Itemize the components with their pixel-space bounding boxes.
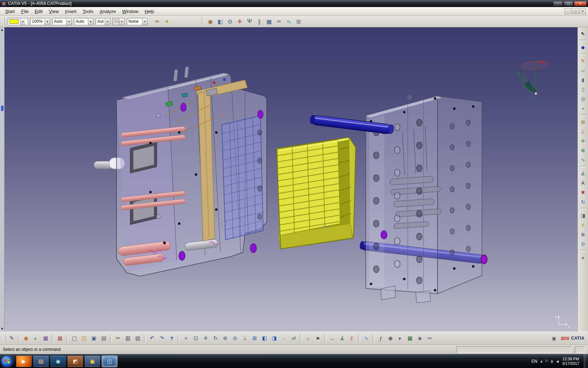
- link-icon[interactable]: ∞: [274, 17, 284, 26]
- fit-all-icon[interactable]: ⊡: [191, 334, 201, 343]
- toolbar-handle[interactable]: [3, 18, 5, 25]
- new-document-icon[interactable]: ▢: [70, 334, 79, 343]
- measure-icon[interactable]: ∡: [579, 169, 587, 178]
- pan-icon[interactable]: ✛: [201, 334, 210, 343]
- compass[interactable]: y x z: [517, 60, 549, 100]
- material-icon[interactable]: ◐: [31, 334, 41, 343]
- model-scene[interactable]: y x z y x: [0, 27, 578, 332]
- update-swoosh-icon[interactable]: ∿: [284, 17, 293, 26]
- show-desktop-button[interactable]: [584, 354, 588, 368]
- hidden-icons-button[interactable]: ▴: [540, 359, 542, 363]
- combo-arrow-icon[interactable]: ▾: [44, 18, 50, 25]
- graphic-color-combo[interactable]: ▾: [8, 18, 28, 25]
- menu-item[interactable]: Window: [119, 8, 141, 15]
- update-icon[interactable]: ↻: [579, 198, 587, 206]
- menu-item[interactable]: View: [46, 8, 62, 15]
- layer-combo[interactable]: None ▾: [127, 18, 148, 25]
- 3d-viewport[interactable]: ▲ ▼: [0, 27, 578, 332]
- media-player-button[interactable]: ▶: [16, 356, 31, 367]
- annotation-icon[interactable]: A: [579, 179, 587, 187]
- fillet-icon[interactable]: ◗: [579, 104, 587, 113]
- measure-between-icon[interactable]: ↔: [328, 334, 337, 343]
- cut-icon[interactable]: ✂: [113, 334, 123, 343]
- line-weight-combo[interactable]: Auto ▾: [52, 18, 72, 25]
- photo-viewer-button[interactable]: ◫: [102, 356, 117, 367]
- workbench-icon[interactable]: ◆: [579, 43, 587, 52]
- print-icon[interactable]: ▤: [99, 334, 108, 343]
- delete-icon[interactable]: ✖: [579, 188, 587, 197]
- mdi-minimize-button[interactable]: –: [565, 8, 571, 14]
- swap-space-icon[interactable]: ⇄: [289, 334, 299, 343]
- network-icon[interactable]: ılı: [551, 359, 553, 363]
- pictures-folder-button[interactable]: ▣: [85, 356, 100, 367]
- knowledge-swoosh-icon[interactable]: ∿: [362, 334, 371, 343]
- scroll-down-icon[interactable]: ▼: [1, 326, 4, 332]
- constraint-icon[interactable]: ⊥: [579, 127, 587, 136]
- menu-item[interactable]: Help: [141, 8, 157, 15]
- photo-studio-icon[interactable]: ▩: [41, 334, 50, 343]
- line-type-combo[interactable]: Auto ▾: [74, 18, 93, 25]
- measure-item-icon[interactable]: ∡: [337, 334, 347, 343]
- open-folder-icon[interactable]: ◰: [79, 334, 89, 343]
- macro-play-icon[interactable]: ▸: [396, 334, 405, 343]
- table-window-icon[interactable]: ▦: [265, 17, 274, 26]
- redo-icon[interactable]: ↷: [157, 334, 167, 343]
- overflow-chevron-icon[interactable]: »: [579, 253, 587, 262]
- multi-view-icon[interactable]: ⊞: [250, 334, 259, 343]
- maximize-button[interactable]: ▢: [564, 1, 573, 6]
- snap-icon[interactable]: ⊕: [579, 146, 587, 155]
- move-icon[interactable]: ✛: [579, 137, 587, 145]
- save-icon[interactable]: ▣: [89, 334, 99, 343]
- help-icon[interactable]: ?: [167, 334, 176, 343]
- undo-icon[interactable]: ↶: [147, 334, 157, 343]
- explorer-button[interactable]: ▤: [33, 356, 49, 367]
- wizard-icon[interactable]: ✦: [162, 17, 172, 26]
- volume-icon[interactable]: ◄: [555, 359, 559, 363]
- view-mode-icon[interactable]: ◨: [579, 211, 587, 220]
- layers-icon[interactable]: ≣: [579, 230, 587, 239]
- toolbar-handle[interactable]: [4, 334, 5, 342]
- anchor-icon[interactable]: Ψ: [245, 17, 254, 26]
- menu-item[interactable]: Start: [2, 8, 18, 15]
- minimize-button[interactable]: –: [553, 1, 563, 6]
- attach-icon[interactable]: ∥: [255, 17, 264, 26]
- window-layout-icon[interactable]: ▣: [549, 334, 559, 343]
- magnify-icon[interactable]: ⊙: [579, 240, 587, 248]
- menu-item[interactable]: Tools: [79, 8, 96, 15]
- mdi-restore-button[interactable]: ▢: [572, 8, 579, 14]
- spreadsheet-icon[interactable]: ▦: [405, 334, 415, 343]
- iso-box-icon[interactable]: ◧: [216, 17, 225, 26]
- shaft-icon[interactable]: ◎: [579, 95, 587, 103]
- guide-bar-end-cap[interactable]: [481, 255, 487, 264]
- combo-arrow-icon[interactable]: ▾: [66, 18, 71, 25]
- catalog-browser-icon[interactable]: ◉: [21, 334, 31, 343]
- left-mold-assembly[interactable]: [94, 67, 267, 276]
- zoom-in-icon[interactable]: ⊕: [220, 334, 230, 343]
- light-icon[interactable]: ✳: [579, 221, 587, 229]
- normal-view-icon[interactable]: ⊥: [240, 334, 250, 343]
- render-style-combo[interactable]: Aut ▾: [112, 18, 125, 25]
- mouse-sim-icon[interactable]: ◈: [415, 334, 425, 343]
- menu-item[interactable]: Insert: [62, 8, 80, 15]
- grid-icon[interactable]: ▦: [55, 334, 65, 343]
- magnifier-icon[interactable]: ⊙: [225, 17, 234, 26]
- pocket-icon[interactable]: ▯: [579, 85, 587, 94]
- paste-icon[interactable]: ▧: [133, 334, 142, 343]
- copy-icon[interactable]: ▥: [123, 334, 133, 343]
- zoom-out-icon[interactable]: ⊖: [230, 334, 240, 343]
- language-indicator[interactable]: EN: [532, 359, 538, 364]
- options-icon[interactable]: ≔: [425, 334, 434, 343]
- hide-show-icon[interactable]: ◌: [279, 334, 289, 343]
- menu-item[interactable]: Analyze: [97, 8, 119, 15]
- sketch-icon[interactable]: ✎: [579, 57, 587, 65]
- workbench-pencil-icon[interactable]: ✎: [7, 334, 16, 343]
- transparency-combo[interactable]: 100% ▾: [30, 18, 50, 25]
- combo-arrow-icon[interactable]: ▾: [105, 18, 110, 25]
- command-input[interactable]: [456, 346, 572, 353]
- formula-icon[interactable]: ƒ: [376, 334, 385, 343]
- apply-arrow-icon[interactable]: ➤: [313, 334, 323, 343]
- pad-icon[interactable]: ▮: [579, 76, 587, 84]
- select-arrow-icon[interactable]: ↖: [579, 29, 587, 38]
- menu-item[interactable]: File: [18, 8, 31, 15]
- shaded-view-icon[interactable]: ◨: [270, 334, 279, 343]
